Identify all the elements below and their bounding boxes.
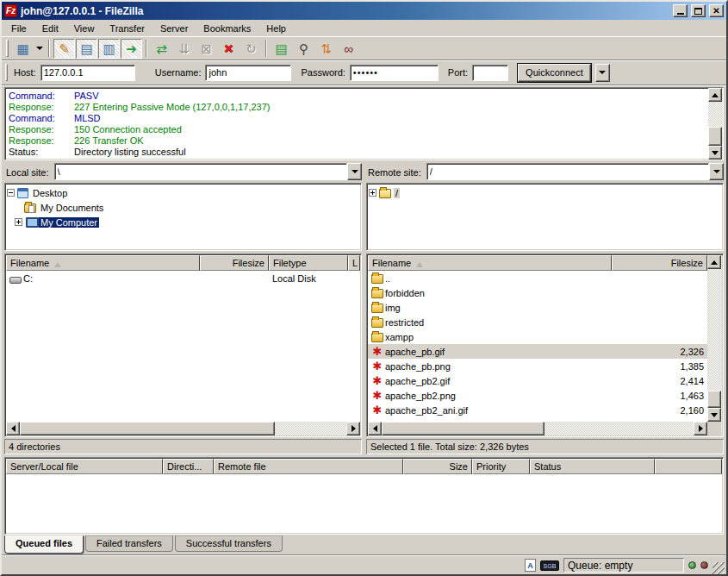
scroll-left-button[interactable] xyxy=(368,422,382,435)
scroll-left-button[interactable] xyxy=(6,422,20,435)
file-row[interactable]: ✱apache_pb2.gif 2,414 xyxy=(368,373,707,388)
menu-bookmarks[interactable]: Bookmarks xyxy=(196,22,258,35)
menu-edit[interactable]: Edit xyxy=(34,22,66,35)
scrollbar-thumb[interactable] xyxy=(707,391,721,408)
tab-failed-transfers[interactable]: Failed transfers xyxy=(85,535,173,552)
quickconnect-dropdown[interactable] xyxy=(595,64,610,82)
local-site-input[interactable] xyxy=(54,163,347,180)
file-row[interactable]: .. xyxy=(368,271,707,285)
username-input[interactable] xyxy=(205,65,291,81)
menu-help[interactable]: Help xyxy=(258,22,294,35)
file-row[interactable]: ✱apache_pb2.png 1,463 xyxy=(368,388,707,403)
toggle-message-log-button[interactable]: ✎ xyxy=(53,39,75,59)
synchronized-browsing-button[interactable]: ⇅ xyxy=(315,39,337,59)
local-site-combo[interactable] xyxy=(54,163,362,182)
remote-site-dropdown[interactable] xyxy=(709,163,724,180)
tab-queued-files[interactable]: Queued files xyxy=(4,535,84,554)
refresh-button[interactable]: ⇄ xyxy=(151,39,172,59)
directory-comparison-icon: ⚲ xyxy=(299,42,308,55)
scroll-right-button[interactable] xyxy=(346,422,360,435)
column-remote-file[interactable]: Remote file xyxy=(214,459,403,474)
remote-list-rows: .. forbidden img restricted xyxy=(368,271,707,422)
scroll-up-button[interactable] xyxy=(707,255,721,269)
transfer-type-icon[interactable]: A xyxy=(525,559,536,572)
file-row[interactable]: restricted xyxy=(368,315,707,329)
remote-vscrollbar[interactable] xyxy=(707,255,722,435)
log-scrollbar[interactable] xyxy=(708,88,723,160)
site-manager-dropdown[interactable] xyxy=(34,39,45,59)
remote-hscrollbar[interactable] xyxy=(368,422,707,435)
site-manager-button[interactable]: ▦ xyxy=(12,39,34,59)
process-queue-button[interactable]: ⇊ xyxy=(173,39,195,59)
scroll-right-button[interactable] xyxy=(694,422,707,435)
status-bar: A SGB Queue: empty xyxy=(2,555,726,574)
local-site-row: Local site: xyxy=(4,163,362,182)
column-size[interactable]: Size xyxy=(403,459,472,474)
host-input[interactable] xyxy=(40,65,135,81)
close-button[interactable]: ✕ xyxy=(709,4,724,17)
port-input[interactable] xyxy=(472,65,508,81)
scroll-down-button[interactable] xyxy=(708,146,722,160)
toggle-remote-tree-button[interactable]: ▥ xyxy=(98,39,120,59)
toggle-local-tree-button[interactable]: ▤ xyxy=(76,39,97,59)
app-icon[interactable]: Fz xyxy=(4,4,17,17)
tree-item-root[interactable]: / xyxy=(369,185,721,200)
resize-grip[interactable] xyxy=(712,562,725,574)
file-row-c-drive[interactable]: C: Local Disk xyxy=(6,271,360,285)
arrow-left-icon xyxy=(370,425,377,432)
file-row-selected[interactable]: ✱apache_pb.gif 2,326 xyxy=(368,344,707,359)
toolbar-grip[interactable] xyxy=(6,40,9,57)
scroll-up-button[interactable] xyxy=(708,88,722,102)
reconnect-button[interactable]: ↻ xyxy=(240,39,262,59)
remote-site-row: Remote site: xyxy=(366,163,724,182)
menu-view[interactable]: View xyxy=(66,22,103,35)
filter-button[interactable]: ▤ xyxy=(271,39,292,59)
password-input[interactable] xyxy=(350,65,439,81)
expand-icon[interactable] xyxy=(15,218,22,226)
quickconnect-grip[interactable] xyxy=(5,64,8,81)
scrollbar-thumb[interactable] xyxy=(382,422,544,435)
tree-item-my-computer[interactable]: My Computer xyxy=(7,215,359,229)
column-filename[interactable]: Filename xyxy=(6,255,200,271)
column-filename[interactable]: Filename xyxy=(368,255,612,271)
quickconnect-button[interactable]: Quickconnect xyxy=(518,64,591,82)
toggle-queue-button[interactable]: ➔ xyxy=(121,39,142,59)
file-row[interactable]: xampp xyxy=(368,329,707,344)
column-filesize[interactable]: Filesize xyxy=(612,255,707,271)
column-priority[interactable]: Priority xyxy=(472,459,530,474)
remote-site-input[interactable] xyxy=(426,163,709,180)
cancel-button[interactable]: ⊠ xyxy=(196,39,217,59)
scrollbar-thumb[interactable] xyxy=(708,127,722,146)
menu-server[interactable]: Server xyxy=(152,22,196,35)
scrollbar-thumb[interactable] xyxy=(20,422,275,435)
file-row[interactable]: img xyxy=(368,300,707,315)
collapse-icon[interactable] xyxy=(7,189,15,197)
local-site-dropdown[interactable] xyxy=(347,163,362,180)
column-direction[interactable]: Directi... xyxy=(163,459,214,474)
tree-item-desktop[interactable]: Desktop xyxy=(7,185,359,200)
minimize-button[interactable] xyxy=(673,4,688,17)
remote-site-combo[interactable] xyxy=(426,163,724,182)
directory-comparison-button[interactable]: ⚲ xyxy=(293,39,314,59)
tab-successful-transfers[interactable]: Successful transfers xyxy=(175,535,283,552)
local-hscrollbar[interactable] xyxy=(6,422,360,435)
process-queue-icon: ⇊ xyxy=(178,42,190,55)
menu-transfer[interactable]: Transfer xyxy=(102,22,152,35)
maximize-button[interactable] xyxy=(691,4,706,17)
file-row[interactable]: ✱apache_pb2_ani.gif 2,160 xyxy=(368,403,707,417)
column-filetype[interactable]: Filetype xyxy=(269,255,348,271)
column-server-local-file[interactable]: Server/Local file xyxy=(6,459,163,474)
file-row[interactable]: forbidden xyxy=(368,285,707,300)
column-status[interactable]: Status xyxy=(530,459,655,474)
speedlimit-icon[interactable]: SGB xyxy=(540,560,559,571)
column-last-modified[interactable]: L xyxy=(348,255,360,271)
scroll-down-button[interactable] xyxy=(707,408,721,422)
expand-icon[interactable] xyxy=(369,189,376,197)
column-filesize[interactable]: Filesize xyxy=(200,255,269,271)
tree-item-my-documents[interactable]: My Documents xyxy=(7,200,359,215)
local-tree-icon: ▤ xyxy=(80,42,92,55)
disconnect-button[interactable]: ✖ xyxy=(218,39,240,59)
menu-file[interactable]: File xyxy=(3,22,34,35)
file-row[interactable]: ✱apache_pb.png 1,385 xyxy=(368,359,707,373)
find-files-button[interactable]: ∞ xyxy=(338,39,359,59)
